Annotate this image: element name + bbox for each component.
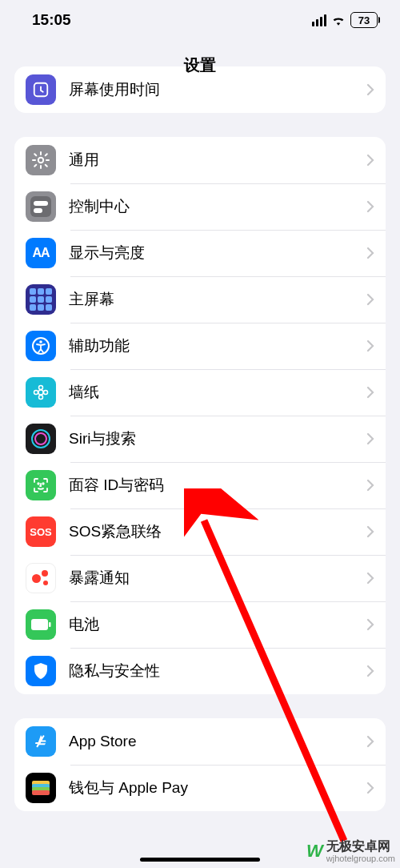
chevron-right-icon — [366, 618, 374, 631]
svg-point-12 — [42, 483, 44, 484]
row-label: 电池 — [69, 614, 366, 635]
svg-rect-13 — [31, 619, 48, 630]
row-label: 辅助功能 — [69, 336, 366, 356]
chevron-right-icon — [366, 782, 374, 794]
svg-point-10 — [35, 433, 46, 444]
wallpaper-icon — [26, 377, 56, 408]
battery-icon — [26, 609, 56, 640]
row-privacy-security[interactable]: 隐私与安全性 — [14, 648, 386, 694]
svg-point-7 — [34, 391, 38, 395]
row-label: 主屏幕 — [69, 289, 366, 310]
chevron-right-icon — [366, 479, 374, 492]
svg-point-5 — [39, 386, 43, 390]
home-screen-icon — [26, 284, 56, 315]
faceid-icon — [26, 470, 56, 500]
row-label: 隐私与安全性 — [69, 661, 366, 681]
chevron-right-icon — [366, 386, 374, 399]
row-label: Siri与搜索 — [69, 428, 366, 449]
chevron-right-icon — [366, 432, 374, 445]
svg-point-1 — [38, 158, 43, 163]
row-label: 墙纸 — [69, 382, 366, 403]
chevron-right-icon — [366, 525, 374, 538]
control-center-icon — [26, 191, 56, 222]
screentime-icon — [26, 74, 56, 105]
row-display-brightness[interactable]: AA 显示与亮度 — [14, 230, 386, 276]
svg-point-3 — [39, 340, 42, 344]
row-control-center[interactable]: 控制中心 — [14, 183, 386, 230]
row-faceid-passcode[interactable]: 面容 ID与密码 — [14, 462, 386, 508]
row-label: SOS紧急联络 — [69, 521, 366, 542]
sos-icon: SOS — [26, 516, 56, 547]
row-label: 暴露通知 — [69, 568, 366, 589]
row-battery[interactable]: 电池 — [14, 601, 386, 648]
chevron-right-icon — [366, 83, 374, 96]
appstore-icon — [26, 726, 56, 757]
svg-rect-19 — [32, 790, 50, 795]
chevron-right-icon — [366, 293, 374, 306]
accessibility-icon — [26, 331, 56, 361]
svg-point-4 — [38, 390, 43, 395]
settings-group-partial: 屏幕使用时间 — [14, 66, 386, 113]
svg-rect-14 — [49, 622, 51, 627]
general-icon — [26, 145, 56, 175]
display-icon: AA — [26, 238, 56, 268]
chevron-right-icon — [366, 154, 374, 167]
row-app-store[interactable]: App Store — [14, 718, 386, 765]
row-exposure-notification[interactable]: 暴露通知 — [14, 555, 386, 601]
row-siri-search[interactable]: Siri与搜索 — [14, 416, 386, 462]
svg-point-6 — [39, 396, 43, 400]
chevron-right-icon — [366, 340, 374, 352]
cellular-signal-icon — [312, 14, 326, 26]
status-right: 73 — [312, 12, 378, 28]
row-label: App Store — [69, 733, 366, 750]
battery-percentage: 73 — [358, 14, 370, 26]
exposure-icon — [26, 563, 56, 593]
row-home-screen[interactable]: 主屏幕 — [14, 276, 386, 323]
watermark-logo: W — [306, 841, 322, 862]
row-label: 面容 ID与密码 — [69, 475, 366, 496]
row-screen-time[interactable]: 屏幕使用时间 — [14, 66, 386, 113]
row-label: 通用 — [69, 150, 366, 171]
row-general[interactable]: 通用 — [14, 137, 386, 183]
watermark-url: wjhotelgroup.com — [326, 854, 395, 863]
settings-group-store: App Store 钱包与 Apple Pay — [14, 718, 386, 811]
chevron-right-icon — [366, 735, 374, 748]
wifi-icon — [331, 14, 346, 26]
battery-indicator: 73 — [350, 12, 378, 28]
row-accessibility[interactable]: 辅助功能 — [14, 323, 386, 369]
row-label: 屏幕使用时间 — [69, 79, 366, 100]
row-label: 控制中心 — [69, 196, 366, 217]
watermark: W 无极安卓网 wjhotelgroup.com — [306, 839, 395, 863]
wallet-icon — [26, 773, 56, 803]
row-wallpaper[interactable]: 墙纸 — [14, 369, 386, 416]
watermark-title: 无极安卓网 — [326, 839, 395, 854]
privacy-icon — [26, 656, 56, 686]
row-wallet-apple-pay[interactable]: 钱包与 Apple Pay — [14, 765, 386, 811]
chevron-right-icon — [366, 200, 374, 213]
row-label: 钱包与 Apple Pay — [69, 778, 366, 798]
svg-point-8 — [44, 391, 48, 395]
row-label: 显示与亮度 — [69, 243, 366, 263]
status-bar: 15:05 73 — [0, 0, 400, 40]
svg-point-11 — [38, 483, 39, 484]
status-time: 15:05 — [32, 11, 71, 29]
home-indicator — [140, 858, 260, 862]
siri-icon — [26, 424, 56, 454]
row-sos[interactable]: SOS SOS紧急联络 — [14, 508, 386, 555]
chevron-right-icon — [366, 665, 374, 677]
chevron-right-icon — [366, 572, 374, 585]
settings-group-main: 通用 控制中心 AA 显示与亮度 主屏幕 辅助功能 墙纸 — [14, 137, 386, 694]
chevron-right-icon — [366, 247, 374, 259]
